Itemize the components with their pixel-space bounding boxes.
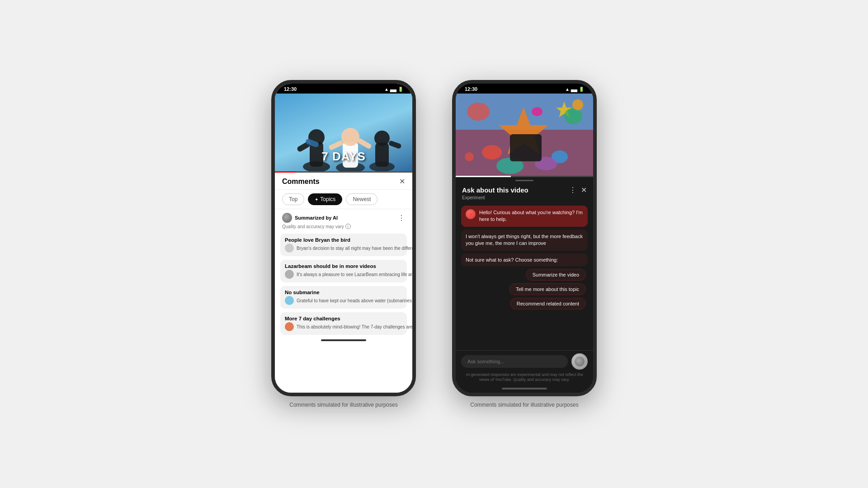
topic-title-2: No submarine <box>285 290 416 295</box>
topic-avatar-3 <box>285 322 294 331</box>
caption-right: Comments simulated for illustrative purp… <box>470 402 578 408</box>
game-video-thumbnail <box>456 94 593 177</box>
topic-avatar-1 <box>285 270 294 279</box>
svg-point-21 <box>482 145 502 160</box>
svg-point-26 <box>572 99 583 110</box>
topic-item-1[interactable]: Lazarbeam should be in more videos It's … <box>280 260 407 282</box>
chip-summarize[interactable]: Summarize the video <box>526 269 586 281</box>
chip-recommend[interactable]: Recommend related content <box>510 298 586 310</box>
topic-item-2[interactable]: No submarine Grateful to have kept our h… <box>280 286 407 309</box>
status-bar-right: 12:30 ▲ ▄▄ 🔋 <box>456 84 593 94</box>
tab-newest[interactable]: Newest <box>346 193 377 205</box>
comments-tabs: Top ✦ Topics Newest <box>275 190 412 209</box>
svg-rect-8 <box>328 140 344 150</box>
caption-left: Comments simulated for illustrative purp… <box>289 402 397 408</box>
tab-top[interactable]: Top <box>282 193 304 205</box>
svg-point-20 <box>564 108 582 124</box>
send-avatar <box>575 357 585 366</box>
video-title-overlay: 7 DAYS <box>321 150 366 164</box>
ask-panel: Ask about this video ⋮ ✕ Experiment Hell… <box>456 177 593 393</box>
topic-desc-1: It's always a pleasure to see LazarBeam … <box>297 272 416 277</box>
ai-avatar-left <box>282 213 292 223</box>
topic-title-0: People love Bryan the bird <box>285 237 416 243</box>
topic-desc-3: This is absolutely mind-blowing! The 7-d… <box>297 324 416 329</box>
tab-topics[interactable]: ✦ Topics <box>308 193 342 205</box>
battery-icon-r: 🔋 <box>579 87 584 92</box>
disclaimer-text: AI-generated responses are experimental … <box>456 371 593 385</box>
svg-point-7 <box>341 128 359 146</box>
topic-desc-2: Grateful to have kept our heads above wa… <box>297 298 416 303</box>
ai-message-text-0: Hello! Curious about what you're watchin… <box>479 209 583 223</box>
game-bg-svg <box>456 94 593 177</box>
home-indicator-right <box>502 388 547 389</box>
svg-rect-11 <box>375 143 389 167</box>
status-icons-right: ▲ ▄▄ 🔋 <box>565 87 584 92</box>
topic-avatar-0 <box>285 244 294 253</box>
status-bar-left: 12:30 ▲ ▄▄ 🔋 <box>275 84 412 94</box>
drag-handle[interactable] <box>515 180 533 181</box>
chip-more-topic[interactable]: Tell me more about this topic <box>509 283 586 295</box>
ai-message-1: I won't always get things right, but the… <box>461 230 588 251</box>
send-button[interactable] <box>571 353 588 370</box>
ai-message-text-1: I won't always get things right, but the… <box>466 234 583 246</box>
battery-icon: 🔋 <box>398 87 403 92</box>
comments-panel: Comments ✕ Top ✦ Topics Newest Summarize… <box>275 173 412 393</box>
video-title-text: 7 DAYS <box>321 150 366 163</box>
ai-message-0: Hello! Curious about what you're watchin… <box>461 206 588 227</box>
left-phone: 12:30 ▲ ▄▄ 🔋 <box>271 80 416 396</box>
video-progress-fill-right <box>456 176 511 177</box>
wifi-icon: ▲ <box>384 87 389 92</box>
home-indicator-left <box>321 339 366 341</box>
wifi-icon-r: ▲ <box>565 87 570 92</box>
info-icon: i <box>345 224 351 229</box>
topic-item-3[interactable]: More 7 day challenges This is absolutely… <box>280 312 407 335</box>
svg-point-19 <box>467 103 490 121</box>
video-thumbnail: 7 DAYS <box>275 94 412 173</box>
home-bar-right <box>456 385 593 393</box>
quality-note: Quality and accuracy may vary i <box>275 224 412 232</box>
svg-point-27 <box>465 152 474 161</box>
close-button[interactable]: ✕ <box>399 177 405 186</box>
ask-subtitle: Experiment <box>456 195 593 203</box>
svg-rect-25 <box>510 134 542 161</box>
svg-rect-9 <box>357 138 372 150</box>
summarized-by: Summarized by AI <box>282 213 338 223</box>
ask-input-area <box>456 350 593 371</box>
svg-point-28 <box>532 107 542 116</box>
more-options-icon[interactable]: ⋮ <box>569 186 576 194</box>
status-time-right: 12:30 <box>465 86 477 92</box>
ai-icon <box>466 209 476 219</box>
topic-title-1: Lazarbeam should be in more videos <box>285 263 416 269</box>
svg-point-12 <box>374 131 390 146</box>
home-bar-left <box>275 337 412 346</box>
three-dots-menu[interactable]: ⋮ <box>398 214 405 222</box>
svg-marker-29 <box>468 211 473 216</box>
status-time-left: 12:30 <box>284 86 297 92</box>
svg-rect-13 <box>388 140 402 149</box>
video-progress <box>275 171 412 173</box>
ask-input-field[interactable] <box>461 355 568 368</box>
close-icon-right[interactable]: ✕ <box>581 186 587 194</box>
topic-desc-0: Bryan's decision to stay all night may h… <box>297 246 416 251</box>
ask-header-icons: ⋮ ✕ <box>569 186 587 194</box>
suggestion-chips: Summarize the video Tell me more about t… <box>461 269 588 310</box>
comments-header: Comments ✕ <box>275 173 412 190</box>
ai-logo-icon <box>467 211 474 217</box>
signal-icon: ▄▄ <box>390 87 396 92</box>
signal-icon-r: ▄▄ <box>571 87 577 92</box>
chat-messages: Hello! Curious about what you're watchin… <box>456 203 593 350</box>
right-phone: 12:30 ▲ ▄▄ 🔋 <box>452 80 597 396</box>
summarized-header: Summarized by AI ⋮ <box>275 209 412 224</box>
video-progress-fill <box>275 171 296 173</box>
topic-avatar-2 <box>285 296 294 305</box>
video-progress-bar-right <box>456 176 593 177</box>
topic-title-3: More 7 day challenges <box>285 316 416 321</box>
spark-icon: ✦ <box>315 197 318 202</box>
topic-item-0[interactable]: People love Bryan the bird Bryan's decis… <box>280 234 407 256</box>
status-icons-left: ▲ ▄▄ 🔋 <box>384 87 403 92</box>
ask-title: Ask about this video <box>462 186 528 194</box>
suggestions-label: Not sure what to ask? Choose something: <box>461 253 588 266</box>
comments-title: Comments <box>282 178 320 186</box>
ask-header: Ask about this video ⋮ ✕ <box>456 184 593 195</box>
